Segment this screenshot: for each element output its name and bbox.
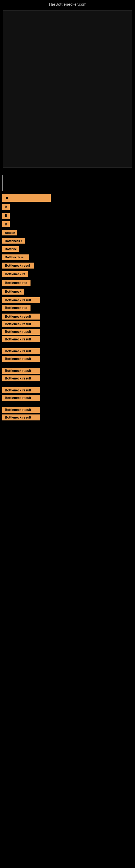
bottleneck-result-11[interactable]: Bottleneck — [2, 289, 24, 294]
bottleneck-result-21[interactable]: Bottleneck result — [2, 375, 40, 381]
bottleneck-result-18[interactable]: Bottleneck result — [2, 348, 40, 354]
bottleneck-result-14[interactable]: Bottleneck result — [2, 314, 40, 319]
bottleneck-result-9[interactable]: Bottleneck ra — [2, 271, 28, 277]
bottleneck-result-24[interactable]: Bottleneck result — [2, 407, 40, 413]
bottleneck-result-22[interactable]: Bottleneck result — [2, 388, 40, 393]
bottleneck-result-12[interactable]: Bottleneck result — [2, 297, 40, 303]
bottleneck-result-19[interactable]: Bottleneck result — [2, 356, 40, 362]
bottleneck-result-16[interactable]: Bottleneck result — [2, 329, 40, 335]
bottleneck-result-3[interactable]: B — [2, 221, 10, 227]
site-title: TheBottlenecker.com — [0, 0, 135, 8]
bottleneck-result-5[interactable]: Bottleneck r — [2, 238, 25, 244]
bottleneck-result-23[interactable]: Bottleneck result — [2, 395, 40, 401]
bottleneck-result-1[interactable]: B — [2, 204, 10, 210]
bottleneck-result-13[interactable]: Bottleneck res — [2, 305, 31, 311]
bottleneck-result-15[interactable]: Bottleneck result — [2, 321, 40, 327]
bottleneck-result-6[interactable]: Bottlene — [2, 246, 19, 252]
bottleneck-result-7[interactable]: Bottleneck re — [2, 254, 29, 260]
bottleneck-result-10[interactable]: Bottleneck res — [2, 280, 31, 286]
bottleneck-result-17[interactable]: Bottleneck result — [2, 336, 40, 342]
bottleneck-result-8[interactable]: Bottleneck resul — [2, 262, 34, 269]
bottleneck-label-large: ■ — [2, 194, 51, 202]
bottleneck-result-20[interactable]: Bottleneck result — [2, 368, 40, 374]
bottleneck-result-4[interactable]: Bottlen — [2, 230, 17, 236]
bottleneck-result-2[interactable]: B — [2, 213, 10, 219]
chart-area — [3, 10, 132, 167]
divider-line — [2, 175, 3, 191]
bottleneck-result-25[interactable]: Bottleneck result — [2, 414, 40, 421]
